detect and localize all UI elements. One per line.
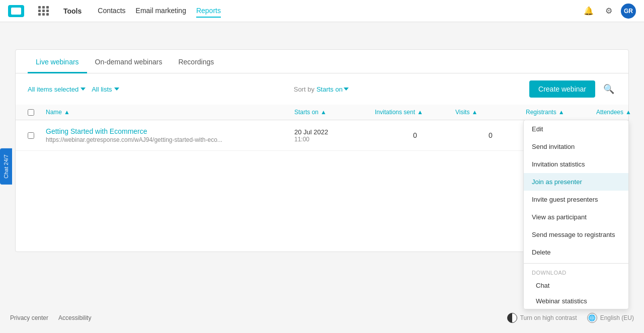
apps-grid-button[interactable] [36,4,51,18]
menu-invitation-statistics[interactable]: Invitation statistics [524,155,628,173]
table-header: Name ▲ Starts on ▲ Invitations sent ▲ Vi… [16,105,628,120]
row-checkbox[interactable] [28,132,34,139]
sort-by: Sort by Starts on [294,86,349,93]
invitations-sent-cell: 0 [375,131,455,139]
tab-live-webinars[interactable]: Live webinars [28,50,87,73]
starts-date: 20 Jul 2022 [294,128,375,136]
menu-delete[interactable]: Delete [524,243,628,261]
starts-time: 11:00 [294,136,375,143]
chat-widget[interactable]: Chat 24/7 [0,148,12,185]
notifications-button[interactable]: 🔔 [581,3,597,19]
menu-send-message-registrants[interactable]: Send message to registrants [524,226,628,243]
menu-view-participant[interactable]: View as participant [524,208,628,226]
tab-ondemand-webinars[interactable]: On-demand webinars [87,50,171,73]
settings-button[interactable]: ⚙ [601,3,617,19]
visits-cell: 0 [455,131,526,139]
select-all-checkbox[interactable] [28,109,34,116]
menu-join-presenter[interactable]: Join as presenter [524,173,628,191]
tabs-row: Live webinars On-demand webinars Recordi… [16,50,628,73]
row-starts-cell: 20 Jul 2022 11:00 [294,128,375,143]
menu-send-invitation[interactable]: Send invitation [524,138,628,155]
menu-edit[interactable]: Edit [524,120,628,138]
menu-webinar-statistics[interactable]: Webinar statistics [524,293,628,307]
col-invitations-sent[interactable]: Invitations sent ▲ [375,109,455,116]
user-avatar[interactable]: GR [621,4,636,19]
col-starts-on[interactable]: Starts on ▲ [294,109,375,116]
all-lists-filter[interactable]: All lists [92,86,119,93]
row-checkbox-cell [28,132,46,139]
search-button[interactable]: 🔍 [601,81,616,97]
webinar-url: https://webinar.getresponse.com/wAJ94/ge… [46,136,294,143]
tools-menu[interactable]: Tools [63,7,82,15]
toolbar: All items selected All lists Sort by Sta… [16,73,628,105]
col-name[interactable]: Name ▲ [46,109,294,116]
create-webinar-button[interactable]: Create webinar [529,80,595,98]
nav-email-marketing[interactable]: Email marketing [136,5,186,18]
col-checkbox [28,109,46,116]
app-logo [8,5,24,17]
menu-download-section: Download [524,266,628,278]
main-nav-links: Contacts Email marketing Reports [98,5,221,18]
nav-contacts[interactable]: Contacts [98,5,125,18]
row-name-cell: Getting Started with Ecommerce https://w… [46,127,294,143]
top-navigation: Tools Contacts Email marketing Reports 🔔… [0,0,644,22]
menu-invite-guest-presenters[interactable]: Invite guest presenters [524,191,628,208]
menu-chat[interactable]: Chat [524,278,628,293]
context-menu: Edit Send invitation Invitation statisti… [523,120,629,307]
nav-reports[interactable]: Reports [196,5,221,18]
sort-by-value[interactable]: Starts on [316,86,349,93]
top-nav-right: 🔔 ⚙ GR [581,3,636,19]
webinar-name-link[interactable]: Getting Started with Ecommerce [46,127,147,135]
col-registrants[interactable]: Registrants ▲ [526,109,596,116]
menu-divider [524,263,628,264]
col-visits[interactable]: Visits ▲ [455,109,526,116]
col-attendees[interactable]: Attendees ▲ [596,109,616,116]
tab-recordings[interactable]: Recordings [170,50,222,73]
all-items-filter[interactable]: All items selected [28,86,86,93]
